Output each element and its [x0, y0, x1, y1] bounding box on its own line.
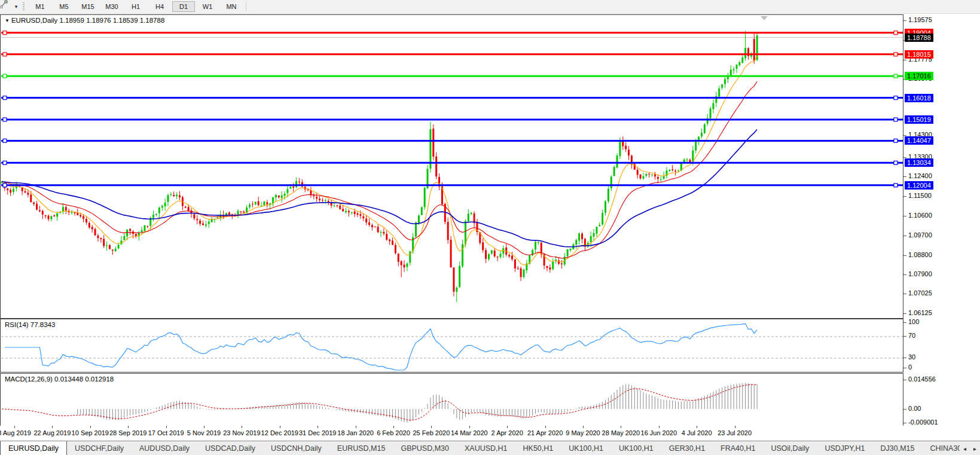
- chart-menu-caret-icon[interactable]: ▼: [5, 18, 10, 23]
- time-axis-tick: [621, 426, 621, 428]
- chart-tab-uk100-h1[interactable]: UK100,H1: [611, 441, 661, 455]
- macd-label: MACD(12,26,9) 0.013448 0.012918: [5, 375, 114, 383]
- tabs-scroll-right-icon[interactable]: ▸: [970, 441, 980, 455]
- time-axis-tick: [242, 426, 242, 428]
- toolbar-separator: [246, 2, 246, 11]
- macd-panel[interactable]: MACD(12,26,9) 0.013448 0.012918: [0, 373, 903, 426]
- time-axis-label: 10 Sep 2019: [72, 429, 109, 436]
- price-tick-label: 1.07900: [908, 270, 932, 277]
- axis-tick: [903, 20, 906, 21]
- price-axis[interactable]: 1.195751.186751.177751.168751.143001.133…: [903, 14, 980, 426]
- axis-tick: [903, 236, 906, 236]
- main-chart-panel[interactable]: ▼EURUSD,Daily 1.18959 1.18976 1.18539 1.…: [0, 14, 903, 319]
- timeframe-button-h4[interactable]: H4: [148, 1, 171, 12]
- level-handle[interactable]: [3, 31, 7, 35]
- time-axis-label: 18 Jan 2020: [337, 429, 374, 436]
- level-handle[interactable]: [894, 139, 897, 142]
- level-handle[interactable]: [894, 118, 897, 121]
- chart-title: ▼EURUSD,Daily 1.18959 1.18976 1.18539 1.…: [5, 17, 164, 24]
- ma-fast-line: [2, 56, 757, 265]
- chart-tab-fra40-h1[interactable]: FRA40,H1: [713, 441, 763, 455]
- level-handle[interactable]: [894, 74, 897, 78]
- time-axis-tick: [431, 426, 432, 428]
- chart-tab-usdcad-daily[interactable]: USDCAD,Daily: [197, 441, 263, 455]
- price-tick-label: 1.19575: [908, 16, 932, 23]
- level-handle[interactable]: [3, 184, 7, 187]
- time-axis-label: 14 Mar 2020: [451, 429, 488, 436]
- timeframe-button-m30[interactable]: M30: [100, 1, 123, 12]
- timeframe-button-w1[interactable]: W1: [196, 1, 219, 12]
- horizontal-level-lines[interactable]: [1, 31, 903, 187]
- chart-tab-eurusd-m15[interactable]: EURUSD,M15: [329, 441, 393, 455]
- axis-tick: [903, 423, 906, 423]
- chart-tab-hk50-h1[interactable]: HK50,H1: [515, 441, 561, 455]
- rsi-tick-label: 0: [908, 364, 912, 371]
- drawing-tool-glyph: [0, 0, 8, 8]
- level-handle[interactable]: [3, 139, 7, 142]
- axis-tick: [903, 135, 906, 136]
- chart-tab-uk100-h1[interactable]: UK100,H1: [561, 441, 611, 455]
- time-axis-tick: [356, 426, 356, 428]
- ma-mid-line: [2, 81, 757, 258]
- level-handle[interactable]: [3, 74, 7, 78]
- level-price-label: 1.17016: [905, 72, 933, 80]
- timeframe-button-m5[interactable]: M5: [53, 1, 75, 12]
- price-tick-label: 1.06125: [908, 309, 932, 316]
- chart-title-text: EURUSD,Daily 1.18959 1.18976 1.18539 1.1…: [11, 17, 164, 24]
- macd-tick-label: 0.00: [908, 405, 921, 412]
- chart-tab-eurusd-daily[interactable]: EURUSD,Daily: [0, 441, 67, 455]
- timeframe-buttons: M1M5M15M30H1H4D1W1MN: [28, 1, 243, 12]
- chart-tab-xauusd-h1[interactable]: XAUUSD,H1: [457, 441, 515, 455]
- level-handle[interactable]: [894, 31, 897, 35]
- level-handle[interactable]: [894, 96, 897, 100]
- level-handle[interactable]: [894, 184, 897, 187]
- macd-tick-label: 0.014556: [908, 375, 936, 383]
- toolbar-drag-grip[interactable]: [23, 2, 25, 11]
- level-handle[interactable]: [3, 53, 7, 56]
- level-handle[interactable]: [3, 161, 7, 164]
- chart-tab-usdcnh-daily[interactable]: USDCNH,Daily: [263, 441, 329, 455]
- axis-tick: [903, 380, 906, 380]
- chart-tab-usdjpy-h1[interactable]: USDJPY,H1: [817, 441, 872, 455]
- rsi-canvas: [1, 319, 903, 372]
- chart-tab-audusd-daily[interactable]: AUDUSD,Daily: [132, 441, 197, 455]
- price-tick-label: 1.11500: [908, 192, 932, 199]
- time-axis-tick: [469, 426, 470, 428]
- price-tick-label: 1.10600: [908, 212, 932, 219]
- chart-tab-usoil-daily[interactable]: USOil,Daily: [763, 441, 817, 455]
- timeframe-button-mn[interactable]: MN: [220, 1, 243, 12]
- axis-tick: [903, 255, 906, 256]
- chart-tab-ger30-h1[interactable]: GER30,H1: [661, 441, 713, 455]
- axis-tick: [903, 294, 906, 294]
- chevron-down-icon[interactable]: ▾: [12, 4, 20, 10]
- time-axis-tick: [393, 426, 394, 428]
- level-handle[interactable]: [894, 53, 897, 56]
- price-tick-label: 1.09700: [908, 231, 932, 239]
- bid-price-label: 1.18788: [905, 33, 933, 42]
- chart-tab-china300-h4[interactable]: CHINA300,H4: [923, 441, 960, 455]
- level-handle[interactable]: [3, 96, 7, 100]
- chart-tab-dj30-m15[interactable]: DJ30,M15: [873, 441, 923, 455]
- time-axis[interactable]: 3 Aug 201922 Aug 201910 Sep 201928 Sep 2…: [0, 426, 903, 441]
- timeframe-button-h1[interactable]: H1: [124, 1, 147, 12]
- time-axis-label: 23 Jul 2020: [718, 429, 752, 436]
- drawing-tool-icon[interactable]: [0, 1, 12, 13]
- timeframe-button-m1[interactable]: M1: [29, 1, 51, 12]
- chart-tab-usdchf-daily[interactable]: USDCHF,Daily: [67, 441, 132, 455]
- time-axis-label: 17 Oct 2019: [148, 429, 184, 436]
- axis-tick: [903, 196, 906, 197]
- timeframe-button-d1[interactable]: D1: [172, 1, 195, 12]
- timeframe-button-m15[interactable]: M15: [77, 1, 99, 12]
- rsi-panel[interactable]: RSI(14) 77.8343: [0, 319, 903, 372]
- time-axis-tick: [697, 426, 697, 428]
- price-chart-canvas[interactable]: [1, 15, 903, 318]
- candles: [1, 31, 758, 303]
- time-axis-tick: [735, 426, 735, 428]
- macd-histogram: [78, 383, 757, 422]
- level-handle[interactable]: [3, 118, 7, 121]
- level-handle[interactable]: [894, 161, 897, 164]
- level-price-label: 1.14047: [905, 136, 933, 145]
- chart-tab-gbpusd-m30[interactable]: GBPUSD,M30: [393, 441, 457, 455]
- tabs-scroll-left-icon[interactable]: ◂: [960, 441, 970, 455]
- axis-tick: [903, 336, 906, 337]
